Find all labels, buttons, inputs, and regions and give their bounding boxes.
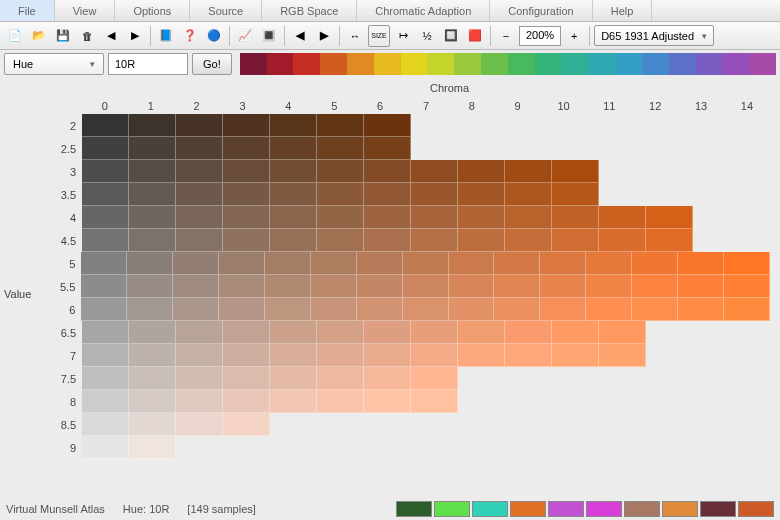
color-swatch[interactable] <box>458 206 505 229</box>
color-swatch[interactable] <box>173 298 219 321</box>
color-swatch[interactable] <box>364 344 411 367</box>
color-swatch[interactable] <box>599 229 646 252</box>
color-swatch[interactable] <box>364 137 411 160</box>
color-swatch[interactable] <box>176 160 223 183</box>
color-swatch[interactable] <box>129 390 176 413</box>
hue-strip-swatch[interactable] <box>267 53 294 75</box>
hue-strip-swatch[interactable] <box>374 53 401 75</box>
hue-strip-swatch[interactable] <box>696 53 723 75</box>
color-swatch[interactable] <box>311 298 357 321</box>
hue-strip-swatch[interactable] <box>722 53 749 75</box>
color-swatch[interactable] <box>129 413 176 436</box>
status-swatch[interactable] <box>700 501 736 517</box>
color-swatch[interactable] <box>176 344 223 367</box>
color-swatch[interactable] <box>505 321 552 344</box>
color-swatch[interactable] <box>364 114 411 137</box>
color-swatch[interactable] <box>364 390 411 413</box>
color-swatch[interactable] <box>223 114 270 137</box>
menu-file[interactable]: File <box>0 0 55 21</box>
color-swatch[interactable] <box>411 229 458 252</box>
menu-options[interactable]: Options <box>115 0 190 21</box>
color-swatch[interactable] <box>129 367 176 390</box>
color-swatch[interactable] <box>265 252 311 275</box>
color-swatch[interactable] <box>411 206 458 229</box>
color-swatch[interactable] <box>724 252 770 275</box>
color-swatch[interactable] <box>82 183 129 206</box>
status-swatch[interactable] <box>510 501 546 517</box>
graph-icon[interactable]: 📈 <box>234 25 256 47</box>
color-swatch[interactable] <box>494 252 540 275</box>
status-swatch[interactable] <box>396 501 432 517</box>
color-swatch[interactable] <box>317 206 364 229</box>
color-swatch[interactable] <box>317 183 364 206</box>
color-swatch[interactable] <box>599 206 646 229</box>
color-swatch[interactable] <box>173 252 219 275</box>
color-swatch[interactable] <box>505 160 552 183</box>
color-swatch[interactable] <box>364 367 411 390</box>
color-swatch[interactable] <box>223 367 270 390</box>
color-swatch[interactable] <box>129 206 176 229</box>
status-swatch[interactable] <box>662 501 698 517</box>
color-swatch[interactable] <box>632 298 678 321</box>
color-swatch[interactable] <box>270 367 317 390</box>
color-swatch[interactable] <box>127 252 173 275</box>
hue-strip-swatch[interactable] <box>293 53 320 75</box>
menu-configuration[interactable]: Configuration <box>490 0 592 21</box>
color-swatch[interactable] <box>552 229 599 252</box>
go-button[interactable]: Go! <box>192 53 232 75</box>
color-swatch[interactable] <box>724 275 770 298</box>
color-swatch[interactable] <box>449 298 495 321</box>
color-swatch[interactable] <box>317 229 364 252</box>
color-swatch[interactable] <box>270 321 317 344</box>
color-swatch[interactable] <box>129 436 176 459</box>
color-swatch[interactable] <box>129 229 176 252</box>
hue-strip-swatch[interactable] <box>615 53 642 75</box>
book-icon[interactable]: 📘 <box>155 25 177 47</box>
color-swatch[interactable] <box>552 344 599 367</box>
menu-chromatic-adaption[interactable]: Chromatic Adaption <box>357 0 490 21</box>
color-swatch[interactable] <box>458 344 505 367</box>
menu-help[interactable]: Help <box>593 0 653 21</box>
import-right-icon[interactable]: ▶ <box>124 25 146 47</box>
color-swatch[interactable] <box>223 206 270 229</box>
color-swatch[interactable] <box>494 298 540 321</box>
color-swatch[interactable] <box>458 183 505 206</box>
color-swatch[interactable] <box>82 344 129 367</box>
color-swatch[interactable] <box>494 275 540 298</box>
color-swatch[interactable] <box>458 160 505 183</box>
color-wheel-icon[interactable]: 🔵 <box>203 25 225 47</box>
color-swatch[interactable] <box>552 206 599 229</box>
color-swatch[interactable] <box>82 114 129 137</box>
color-swatch[interactable] <box>176 321 223 344</box>
color-swatch[interactable] <box>270 390 317 413</box>
color-swatch[interactable] <box>357 275 403 298</box>
color-swatch[interactable] <box>129 137 176 160</box>
hue-strip-swatch[interactable] <box>561 53 588 75</box>
color-swatch[interactable] <box>223 390 270 413</box>
color-swatch[interactable] <box>411 183 458 206</box>
color-swatch[interactable] <box>219 298 265 321</box>
color-swatch[interactable] <box>176 367 223 390</box>
color-swatch[interactable] <box>586 275 632 298</box>
status-swatch[interactable] <box>624 501 660 517</box>
color-swatch[interactable] <box>176 413 223 436</box>
open-icon[interactable]: 📂 <box>28 25 50 47</box>
color-swatch[interactable] <box>646 229 693 252</box>
profile-select[interactable]: D65 1931 Adjusted <box>594 25 714 46</box>
color-swatch[interactable] <box>223 321 270 344</box>
menu-source[interactable]: Source <box>190 0 262 21</box>
color-swatch[interactable] <box>505 206 552 229</box>
color-swatch[interactable] <box>270 114 317 137</box>
color-swatch[interactable] <box>632 252 678 275</box>
toggle-icon[interactable]: 🟥 <box>464 25 486 47</box>
zoom-in-icon[interactable]: + <box>563 25 585 47</box>
invert-icon[interactable]: 🔲 <box>440 25 462 47</box>
hue-strip-swatch[interactable] <box>401 53 428 75</box>
status-swatch[interactable] <box>586 501 622 517</box>
color-swatch[interactable] <box>265 298 311 321</box>
color-swatch[interactable] <box>505 344 552 367</box>
color-swatch[interactable] <box>176 206 223 229</box>
color-swatch[interactable] <box>176 114 223 137</box>
color-swatch[interactable] <box>552 160 599 183</box>
new-icon[interactable]: 📄 <box>4 25 26 47</box>
